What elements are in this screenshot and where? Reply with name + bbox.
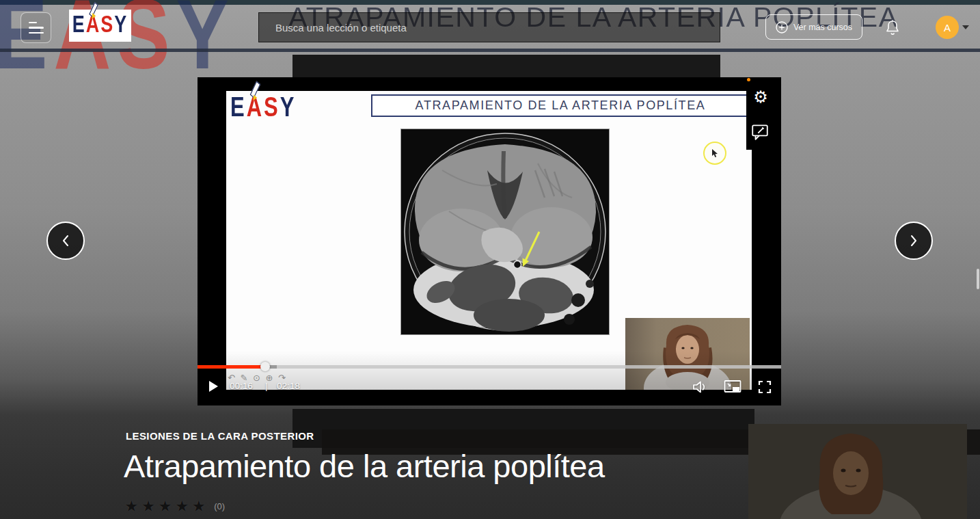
next-lesson-button[interactable]	[895, 222, 933, 260]
hamburger-icon	[29, 22, 37, 24]
ghost-logo-letter: Y	[176, 0, 235, 90]
current-time: 00:16	[230, 381, 253, 391]
star-icon[interactable]: ★	[124, 497, 139, 516]
plus-circle-icon	[776, 21, 788, 34]
video-slide: EASY ATRAPAMIENTO DE LA ARTERIA POPLÍTEA	[226, 91, 752, 390]
gear-icon: ⚙	[753, 88, 768, 106]
mouse-cursor-icon	[711, 149, 718, 158]
progress-scrubber[interactable]	[260, 362, 270, 371]
caret-down-icon[interactable]	[962, 25, 969, 29]
bell-icon	[884, 18, 901, 37]
mri-image	[400, 129, 610, 335]
star-icon[interactable]: ★	[158, 497, 172, 516]
search-input[interactable]	[258, 12, 720, 42]
lesson-title: Atrapamiento de la arteria poplítea	[124, 447, 605, 485]
pip-button[interactable]	[724, 380, 741, 397]
progress-track	[198, 365, 781, 369]
slide-easy-logo: EASY	[230, 93, 296, 121]
menu-button[interactable]	[21, 12, 51, 43]
rating-count: (0)	[214, 501, 225, 511]
slide-title: ATRAPAMIENTO DE LA ARTERIA POPLÍTEA	[416, 98, 706, 113]
star-icon[interactable]: ★	[175, 497, 189, 516]
avatar[interactable]: A	[936, 16, 959, 39]
fullscreen-icon	[757, 380, 772, 395]
progress-played	[198, 365, 265, 369]
slide-title-box: ATRAPAMIENTO DE LA ARTERIA POPLÍTEA	[371, 94, 750, 117]
settings-button[interactable]: ⚙	[752, 88, 770, 106]
background-presenter-ghost	[748, 424, 967, 519]
more-courses-button[interactable]: Ver más cursos	[765, 14, 862, 40]
play-button[interactable]	[209, 381, 218, 392]
easy-logo: EASY	[72, 12, 128, 37]
volume-icon	[692, 380, 709, 395]
presenter-cursor-highlight	[703, 142, 726, 165]
background-divider-line	[0, 49, 980, 52]
progress-bar[interactable]	[198, 365, 781, 369]
picture-in-picture-icon	[724, 380, 741, 395]
scrollbar-thumb[interactable]	[977, 269, 979, 289]
time-separator: |	[265, 381, 268, 391]
fullscreen-button[interactable]	[757, 380, 772, 397]
chevron-left-icon	[60, 234, 71, 248]
previous-lesson-button[interactable]	[46, 222, 85, 260]
avatar-initial: A	[944, 22, 951, 34]
background-mri-strip	[292, 55, 720, 77]
status-dot	[747, 78, 750, 81]
chevron-right-icon	[908, 234, 919, 248]
star-icon[interactable]: ★	[141, 497, 156, 516]
star-icon[interactable]: ★	[192, 497, 206, 516]
comment-edit-icon	[750, 122, 770, 142]
more-courses-label: Ver más cursos	[793, 23, 852, 32]
notifications-button[interactable]	[884, 18, 901, 37]
star-rating[interactable]: ★★★★★(0)	[124, 497, 225, 516]
feedback-button[interactable]	[750, 122, 770, 142]
app-logo[interactable]: EASY	[69, 10, 131, 42]
volume-button[interactable]	[692, 380, 709, 397]
page: EASY ATRAPAMIENTO DE LA ARTERIA POPLÍTEA…	[0, 0, 980, 519]
lesson-category: LESIONES DE LA CARA POSTERIOR	[126, 430, 314, 442]
video-player[interactable]: EASY ATRAPAMIENTO DE LA ARTERIA POPLÍTEA	[198, 77, 781, 405]
duration: 02:18	[277, 381, 300, 391]
